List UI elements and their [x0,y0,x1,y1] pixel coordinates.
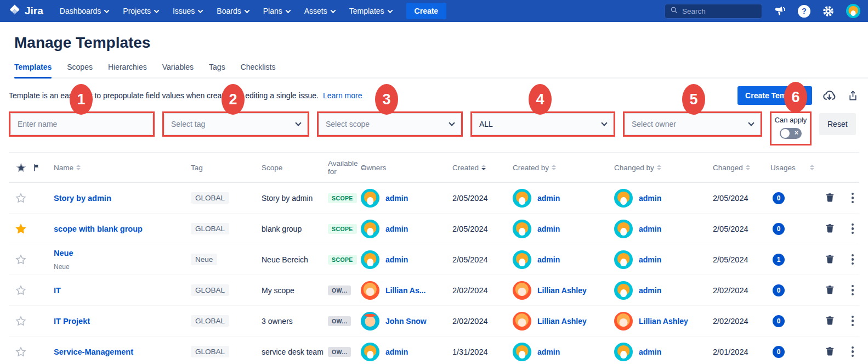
nav-item-assets[interactable]: Assets [304,7,335,15]
tab-scopes[interactable]: Scopes [67,63,93,77]
settings-gear-icon[interactable] [821,4,835,18]
template-name-link[interactable]: Service-Management [54,348,133,356]
changed-by-avatar[interactable] [614,343,633,361]
changed-by-link[interactable]: Lillian Ashley [639,317,688,326]
created-by-avatar[interactable] [513,281,531,300]
nav-item-issues[interactable]: Issues [173,7,202,15]
created-by-link[interactable]: admin [537,255,560,264]
favorite-star-icon[interactable] [9,316,33,327]
more-options-icon[interactable] [850,192,855,205]
template-name-link[interactable]: IT Projekt [54,317,90,326]
header-changed-by[interactable]: Changed by [614,164,713,172]
changed-by-avatar[interactable] [614,250,633,269]
header-usages[interactable]: Usages [770,164,817,172]
changed-by-avatar[interactable] [614,189,633,208]
favorite-star-icon[interactable] [9,193,33,204]
created-by-link[interactable]: Lillian Ashley [537,286,587,295]
delete-trash-icon[interactable] [825,254,835,265]
available-filter-select[interactable]: ALL [472,113,614,135]
header-available-for[interactable]: Available for [328,159,361,176]
changed-by-link[interactable]: admin [639,348,661,356]
created-by-avatar[interactable] [513,250,531,269]
more-options-icon[interactable] [850,222,855,236]
owner-avatar[interactable] [361,250,379,269]
owner-avatar[interactable] [361,281,379,300]
template-name-link[interactable]: Neue [54,249,73,257]
delete-trash-icon[interactable] [825,316,835,326]
tab-tags[interactable]: Tags [209,63,225,77]
changed-by-avatar[interactable] [614,220,633,238]
more-options-icon[interactable] [850,345,855,359]
star-column-header-icon[interactable] [9,163,33,173]
nav-item-plans[interactable]: Plans [263,7,290,15]
template-name-link[interactable]: Story by admin [54,194,111,203]
owner-avatar[interactable] [361,343,379,361]
nav-item-dashboards[interactable]: Dashboards [60,7,109,15]
tab-templates[interactable]: Templates [14,63,52,77]
can-apply-toggle[interactable] [780,128,802,139]
sort-icon[interactable] [552,165,556,170]
created-by-avatar[interactable] [513,220,531,238]
created-by-avatar[interactable] [513,343,531,361]
user-avatar[interactable] [846,4,860,18]
header-name[interactable]: Name [54,164,191,172]
changed-by-link[interactable]: admin [639,286,661,295]
tab-checklists[interactable]: Checklists [241,63,276,77]
header-owners[interactable]: Owners [361,164,452,172]
tab-variables[interactable]: Variables [162,63,194,77]
jira-brand[interactable]: Jira [8,3,43,19]
owner-avatar[interactable] [361,312,379,331]
help-icon[interactable]: ? [798,5,810,18]
owner-link[interactable]: John Snow [385,317,427,326]
sort-icon[interactable] [76,165,81,170]
changed-by-link[interactable]: admin [639,225,661,233]
nav-item-projects[interactable]: Projects [123,7,158,15]
sort-icon[interactable] [481,165,486,170]
export-share-icon[interactable] [847,89,859,102]
more-options-icon[interactable] [850,284,855,297]
delete-trash-icon[interactable] [825,285,835,295]
created-by-avatar[interactable] [513,312,531,331]
announcements-icon[interactable] [773,4,787,18]
create-button[interactable]: Create [406,3,447,19]
created-by-avatar[interactable] [513,189,531,208]
changed-by-avatar[interactable] [614,281,633,300]
template-name-link[interactable]: scope with blank group [54,225,143,233]
sort-icon[interactable] [657,165,661,170]
owner-avatar[interactable] [361,189,379,208]
learn-more-link[interactable]: Learn more [323,91,362,100]
tab-hierarchies[interactable]: Hierarchies [108,63,147,77]
nav-item-templates[interactable]: Templates [349,7,392,15]
header-changed[interactable]: Changed [713,164,770,172]
delete-trash-icon[interactable] [825,223,835,234]
created-by-link[interactable]: admin [537,225,560,233]
created-by-link[interactable]: Lillian Ashley [537,317,587,326]
owner-filter-select[interactable]: Select owner [625,113,761,135]
sort-icon[interactable] [810,165,814,170]
more-options-icon[interactable] [850,253,855,266]
owner-link[interactable]: admin [385,348,408,356]
created-by-link[interactable]: admin [537,194,560,203]
favorite-star-icon[interactable] [9,285,33,296]
global-search[interactable] [665,4,762,19]
flag-column-header-icon[interactable] [33,163,54,172]
header-scope[interactable]: Scope [262,164,328,172]
owner-link[interactable]: admin [385,255,408,264]
changed-by-link[interactable]: admin [639,255,661,264]
import-cloud-download-icon[interactable] [822,88,837,103]
search-input[interactable] [682,7,748,15]
tag-filter-select[interactable]: Select tag [164,113,308,135]
owner-link[interactable]: admin [385,194,408,203]
favorite-star-icon[interactable] [9,346,33,357]
changed-by-link[interactable]: admin [639,194,661,203]
owner-link[interactable]: Lillian As... [385,286,426,295]
more-options-icon[interactable] [850,315,855,328]
reset-button[interactable]: Reset [819,113,856,135]
header-created-by[interactable]: Created by [513,164,614,172]
nav-item-boards[interactable]: Boards [217,7,248,15]
favorite-star-icon[interactable] [9,223,33,234]
delete-trash-icon[interactable] [825,193,835,203]
template-name-link[interactable]: IT [54,286,61,295]
owner-avatar[interactable] [361,220,379,238]
sort-icon[interactable] [746,165,750,170]
